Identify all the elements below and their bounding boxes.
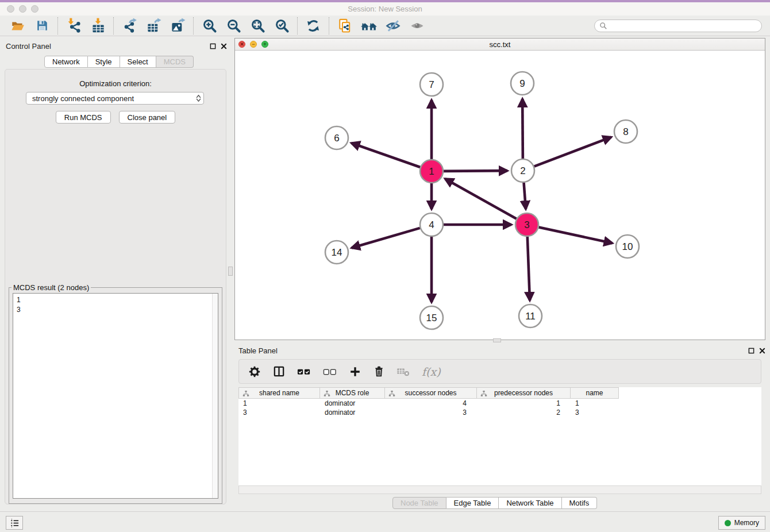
- control-panel-title: Control Panel: [6, 42, 51, 51]
- graph-node-9[interactable]: 9: [511, 72, 534, 95]
- add-column-icon[interactable]: [349, 365, 361, 378]
- network-minimize-button[interactable]: −: [250, 41, 257, 48]
- graph-node-label: 6: [334, 133, 339, 144]
- graph-node-14[interactable]: 14: [325, 241, 348, 264]
- graph-edge-4-14[interactable]: [352, 228, 420, 248]
- graph-edge-2-9[interactable]: [522, 99, 523, 159]
- graph-node-1[interactable]: 1: [420, 160, 443, 183]
- search-input[interactable]: [610, 22, 757, 30]
- table-cell[interactable]: 1: [571, 399, 619, 408]
- column-header-label: shared name: [259, 389, 299, 397]
- zoom-selected-button[interactable]: [270, 17, 294, 35]
- search-box[interactable]: [594, 20, 762, 32]
- graph-node-15[interactable]: 15: [420, 306, 443, 329]
- vertical-splitter-grip[interactable]: [228, 267, 233, 276]
- column-header-predecessor-nodes[interactable]: predecessor nodes: [477, 387, 571, 399]
- export-network-icon: [122, 18, 137, 33]
- tab-mcds[interactable]: MCDS: [156, 56, 194, 68]
- close-panel-button[interactable]: Close panel: [119, 111, 176, 124]
- zoom-out-button[interactable]: [221, 17, 245, 35]
- graph-node-6[interactable]: 6: [325, 126, 348, 149]
- attribute-tree-icon: [388, 390, 395, 397]
- table-row[interactable]: 1dominator411: [238, 399, 761, 408]
- table-scrollbar[interactable]: [238, 485, 761, 494]
- graph-node-4[interactable]: 4: [420, 213, 443, 236]
- graph-edge-2-8[interactable]: [534, 137, 611, 167]
- tab-edge-table[interactable]: Edge Table: [446, 497, 499, 509]
- table-cell[interactable]: dominator: [320, 408, 385, 417]
- delete-column-icon[interactable]: [373, 365, 385, 378]
- column-header-label: successor nodes: [405, 389, 456, 397]
- float-panel-icon[interactable]: [210, 43, 216, 49]
- first-neighbors-button[interactable]: [357, 17, 381, 35]
- table-cell[interactable]: 1: [477, 399, 571, 408]
- select-all-columns-icon[interactable]: [297, 368, 311, 376]
- graph-node-11[interactable]: 11: [519, 304, 542, 327]
- export-network-button[interactable]: [117, 17, 141, 35]
- network-close-button[interactable]: ✕: [238, 41, 245, 48]
- horizontal-splitter-grip[interactable]: [493, 338, 501, 342]
- close-table-panel-icon[interactable]: [759, 348, 765, 354]
- tab-style[interactable]: Style: [88, 56, 120, 68]
- table-cell[interactable]: 4: [385, 399, 477, 408]
- graph-edge-1-2[interactable]: [444, 171, 507, 171]
- refresh-button[interactable]: [301, 17, 325, 35]
- network-canvas[interactable]: 7968124314101511: [235, 51, 765, 340]
- column-header-shared-name[interactable]: shared name: [238, 387, 320, 399]
- export-table-button[interactable]: [141, 17, 165, 35]
- graph-edge-3-10[interactable]: [539, 227, 613, 243]
- graph-node-7[interactable]: 7: [420, 73, 443, 96]
- close-panel-icon[interactable]: [221, 43, 227, 49]
- graph-edge-3-11[interactable]: [528, 237, 530, 300]
- table-cell[interactable]: 3: [571, 408, 619, 417]
- attribute-tree-icon: [242, 390, 249, 397]
- graph-node-8[interactable]: 8: [614, 120, 637, 143]
- network-maximize-button[interactable]: +: [261, 41, 268, 48]
- tab-select[interactable]: Select: [120, 56, 156, 68]
- optimization-criterion-select[interactable]: strongly connected component: [26, 92, 204, 105]
- table-cell[interactable]: dominator: [320, 399, 385, 408]
- table-cell[interactable]: 3: [238, 408, 320, 417]
- run-mcds-button[interactable]: Run MCDS: [56, 111, 111, 124]
- import-network-button[interactable]: [61, 17, 86, 35]
- table-cell[interactable]: 3: [385, 408, 477, 417]
- dropdown-stepper-icon: [196, 95, 201, 102]
- zoom-fit-button[interactable]: [245, 17, 270, 35]
- zoom-in-button[interactable]: [197, 17, 221, 35]
- float-table-panel-icon[interactable]: [748, 348, 754, 354]
- network-graph[interactable]: 7968124314101511: [235, 51, 765, 340]
- graph-node-10[interactable]: 10: [616, 235, 639, 258]
- deselect-all-columns-icon[interactable]: [323, 368, 337, 376]
- export-image-button[interactable]: [165, 17, 190, 35]
- mcds-result-group: MCDS result (2 nodes) 1 3: [9, 283, 222, 504]
- import-table-button[interactable]: [86, 17, 110, 35]
- table-settings-gear-icon[interactable]: [248, 365, 261, 378]
- column-header-name[interactable]: name: [571, 387, 619, 399]
- network-window-titlebar[interactable]: ✕ − + scc.txt: [235, 38, 765, 51]
- show-all-button[interactable]: [405, 17, 429, 35]
- graph-edge-1-6[interactable]: [351, 143, 420, 167]
- table-cell[interactable]: 1: [238, 399, 320, 408]
- graph-node-2[interactable]: 2: [511, 159, 534, 182]
- mcds-result-textarea[interactable]: 1 3: [13, 293, 218, 499]
- show-columns-icon[interactable]: [272, 365, 286, 378]
- titlebar[interactable]: Session: New Session: [0, 2, 770, 16]
- tab-node-table[interactable]: Node Table: [392, 497, 446, 509]
- graph-node-3[interactable]: 3: [515, 213, 538, 236]
- tab-network[interactable]: Network: [44, 56, 88, 68]
- hide-selected-button[interactable]: [381, 17, 405, 35]
- open-file-button[interactable]: [6, 17, 30, 35]
- clone-network-button[interactable]: [333, 17, 357, 35]
- tab-motifs[interactable]: Motifs: [562, 497, 598, 509]
- graph-edge-3-1[interactable]: [445, 179, 517, 219]
- task-history-button[interactable]: [6, 516, 23, 530]
- column-header-mcds-role[interactable]: MCDS role: [320, 387, 385, 399]
- table-row[interactable]: 3dominator323: [238, 408, 761, 417]
- save-session-button[interactable]: [30, 17, 54, 35]
- result-scrollbar[interactable]: [212, 294, 218, 498]
- column-header-successor-nodes[interactable]: successor nodes: [385, 387, 477, 399]
- table-cell[interactable]: 2: [477, 408, 571, 417]
- memory-button[interactable]: Memory: [718, 516, 765, 530]
- tab-network-table[interactable]: Network Table: [499, 497, 561, 509]
- graph-edge-2-3[interactable]: [524, 183, 526, 209]
